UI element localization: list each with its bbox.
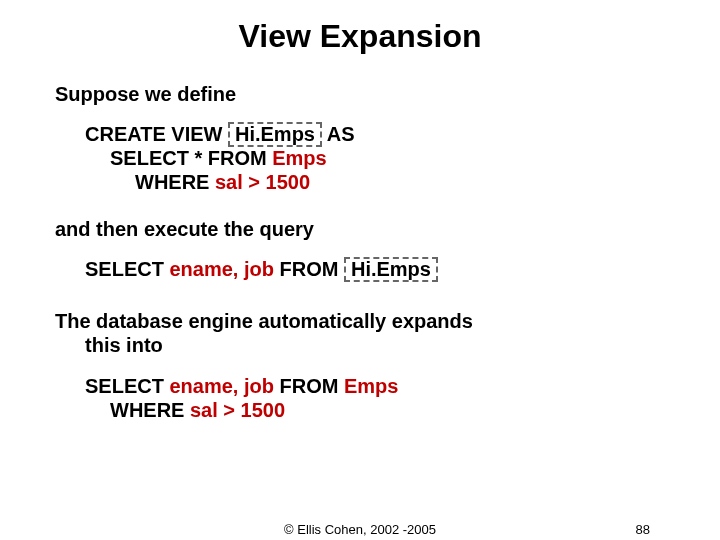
query-block: SELECT ename, job FROM Hi.Emps xyxy=(85,257,665,282)
kw-select-from: SELECT * FROM xyxy=(110,147,272,169)
table-emps2: Emps xyxy=(344,375,398,397)
kw-where2: WHERE xyxy=(110,399,190,421)
copyright-text: © Ellis Cohen, 2002 -2005 xyxy=(284,522,436,537)
expands-text: The database engine automatically expand… xyxy=(55,310,665,357)
kw-from3: FROM xyxy=(274,375,344,397)
expands-line1: The database engine automatically expand… xyxy=(55,310,473,332)
intro-suppose: Suppose we define xyxy=(55,83,665,106)
predicate-sal2: sal > 1500 xyxy=(190,399,285,421)
expands-line2: this into xyxy=(55,334,163,356)
cols-ename-job: ename, job xyxy=(169,258,273,280)
page-number: 88 xyxy=(636,522,650,537)
predicate-sal: sal > 1500 xyxy=(215,171,310,193)
view-ref-box: Hi.Emps xyxy=(344,257,438,282)
slide-title: View Expansion xyxy=(55,18,665,55)
kw-select3: SELECT xyxy=(85,375,169,397)
table-emps: Emps xyxy=(272,147,326,169)
kw-create-view: CREATE VIEW xyxy=(85,123,228,145)
kw-as: AS xyxy=(322,123,355,145)
kw-where: WHERE xyxy=(135,171,215,193)
view-name-box: Hi.Emps xyxy=(228,122,322,147)
kw-from2: FROM xyxy=(274,258,344,280)
kw-select2: SELECT xyxy=(85,258,169,280)
create-view-block: CREATE VIEW Hi.Emps AS SELECT * FROM Emp… xyxy=(85,122,665,194)
slide: View Expansion Suppose we define CREATE … xyxy=(0,0,720,540)
intro-execute: and then execute the query xyxy=(55,218,665,241)
cols-ename-job2: ename, job xyxy=(169,375,273,397)
expanded-query-block: SELECT ename, job FROM Emps WHERE sal > … xyxy=(85,375,665,422)
